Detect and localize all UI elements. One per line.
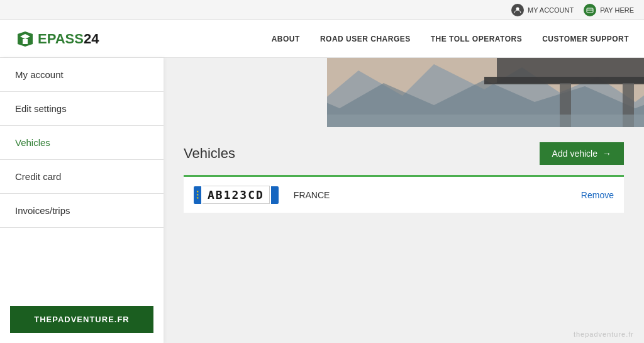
plate-flag-right — [271, 186, 279, 204]
layout: My account Edit settings Vehicles Credit… — [0, 58, 644, 343]
hero-image — [327, 58, 644, 127]
my-account-label: MY ACCOUNT — [528, 6, 574, 14]
logo-icon — [15, 29, 35, 49]
sidebar-item-my-account[interactable]: My account — [0, 58, 164, 92]
svg-rect-5 — [23, 39, 28, 44]
sidebar-cta-button[interactable]: THEPADVENTURE.FR — [10, 306, 153, 333]
nav-customer-support[interactable]: CUSTOMER SUPPORT — [542, 35, 629, 43]
nav-road-user-charges[interactable]: ROAD USER CHARGES — [320, 35, 411, 43]
main-nav: ABOUT ROAD USER CHARGES THE TOLL OPERATO… — [272, 35, 629, 43]
add-vehicle-button[interactable]: Add vehicle → — [540, 142, 624, 165]
sidebar-item-credit-card[interactable]: Credit card — [0, 160, 164, 194]
logo[interactable]: EPASS24 — [15, 29, 99, 49]
sidebar-item-invoices-trips[interactable]: Invoices/trips — [0, 194, 164, 228]
plate-number: AB123CD — [203, 186, 270, 204]
license-plate: ★ ★ ★ AB123CD — [194, 186, 279, 204]
pay-here-topbar[interactable]: PAY HERE — [584, 4, 634, 16]
main-content: Vehicles Add vehicle → ★ ★ ★ AB123CD FRA… — [164, 58, 644, 343]
my-account-icon — [511, 4, 524, 16]
vehicles-title: Vehicles — [184, 145, 235, 162]
vehicles-header: Vehicles Add vehicle → — [184, 142, 624, 165]
watermark: thepadventure.fr — [574, 330, 634, 338]
svg-rect-15 — [327, 115, 644, 127]
vehicle-row: ★ ★ ★ AB123CD FRANCE Remove — [184, 175, 624, 213]
nav-about[interactable]: ABOUT — [272, 35, 300, 43]
plate-flag-left: ★ ★ ★ — [194, 186, 201, 204]
sidebar-item-edit-settings[interactable]: Edit settings — [0, 92, 164, 126]
header: EPASS24 ABOUT ROAD USER CHARGES THE TOLL… — [0, 20, 644, 58]
content-area: Vehicles Add vehicle → ★ ★ ★ AB123CD FRA… — [164, 127, 644, 228]
top-bar: MY ACCOUNT PAY HERE — [0, 0, 644, 20]
sidebar: My account Edit settings Vehicles Credit… — [0, 58, 164, 343]
sidebar-item-vehicles[interactable]: Vehicles — [0, 126, 164, 160]
logo-text: EPASS24 — [38, 31, 99, 47]
nav-toll-operators[interactable]: THE TOLL OPERATORS — [431, 35, 522, 43]
pay-here-icon — [584, 4, 596, 16]
vehicle-country: FRANCE — [294, 190, 566, 200]
my-account-topbar[interactable]: MY ACCOUNT — [511, 4, 574, 16]
pay-here-label: PAY HERE — [600, 6, 634, 14]
arrow-right-icon: → — [602, 149, 611, 159]
remove-vehicle-link[interactable]: Remove — [581, 190, 614, 200]
